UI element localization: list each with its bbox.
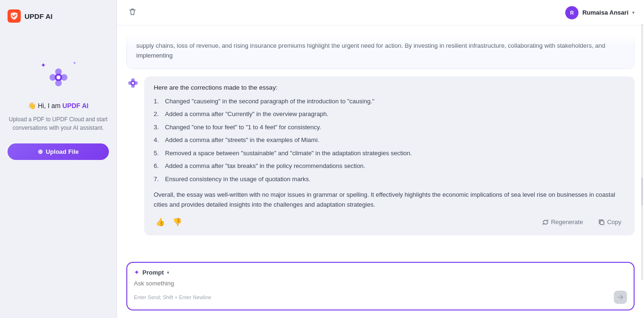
regenerate-button[interactable]: Regenerate xyxy=(538,217,587,227)
corrections-list: 1.Changed "causeing" in the second parag… xyxy=(154,97,625,184)
ai-flower-icon xyxy=(47,66,70,89)
list-item: 2.Added a comma after "Currently" in the… xyxy=(154,109,625,119)
spark-top-right: ✦ xyxy=(73,60,76,66)
icon-cluster: ✦ ✦ · xyxy=(40,59,77,96)
greeting-text: 👋 Hi, I am UPDF AI xyxy=(28,102,89,109)
app-title: UPDF AI xyxy=(25,12,52,20)
logo-row: UPDF AI xyxy=(8,9,52,23)
copy-button[interactable]: Copy xyxy=(594,217,625,227)
copy-icon xyxy=(598,219,605,226)
spark-bottom-left: · xyxy=(42,90,44,94)
user-name: Rumaisa Ansari xyxy=(582,9,628,16)
main-panel: R Rumaisa Ansari ▾ supply chains, loss o… xyxy=(117,0,644,318)
prompt-area: ✦ Prompt ▾ Enter Send; Shift + Enter New… xyxy=(126,262,635,310)
user-menu[interactable]: R Rumaisa Ansari ▾ xyxy=(565,6,635,19)
send-button[interactable] xyxy=(614,291,627,304)
sidebar: UPDF AI ✦ ✦ · 👋 Hi, I am UPDF AI Upload … xyxy=(0,0,117,318)
list-item: 1.Changed "causeing" in the second parag… xyxy=(154,97,625,106)
trash-icon xyxy=(128,8,137,16)
prompt-top-row: ✦ Prompt ▾ xyxy=(134,268,627,276)
updf-logo-icon xyxy=(8,9,21,23)
ai-avatar xyxy=(126,76,140,90)
prompt-spark-icon: ✦ xyxy=(134,268,140,276)
message-action-row: Regenerate Copy xyxy=(538,217,625,227)
user-avatar: R xyxy=(565,6,578,19)
chat-area: supply chains, loss of revenue, and risi… xyxy=(117,25,644,262)
enter-hint-text: Enter Send; Shift + Enter Newline xyxy=(134,294,211,300)
chevron-down-icon: ▾ xyxy=(632,10,635,15)
ai-actions-row: 👍 👎 Regenerate xyxy=(154,217,625,228)
spark-top-left: ✦ xyxy=(41,61,46,69)
top-bar: R Rumaisa Ansari ▾ xyxy=(117,0,644,25)
clear-chat-button[interactable] xyxy=(126,6,139,19)
ai-intro-text: Here are the corrections made to the ess… xyxy=(154,84,625,91)
send-icon xyxy=(617,294,624,301)
prompt-bottom-row: Enter Send; Shift + Enter Newline xyxy=(134,291,627,304)
ai-message-row: Here are the corrections made to the ess… xyxy=(126,76,635,235)
prompt-input[interactable] xyxy=(134,280,627,287)
list-item: 4.Added a comma after "streets" in the e… xyxy=(154,135,625,145)
ai-summary-text: Overall, the essay was well-written with… xyxy=(154,190,625,210)
scrollbar-track xyxy=(641,24,643,280)
scrollbar-thumb[interactable] xyxy=(641,177,643,206)
thumbs-down-button[interactable]: 👎 xyxy=(171,217,184,228)
upload-icon: ⊕ xyxy=(38,148,43,155)
prev-message-bubble: supply chains, loss of revenue, and risi… xyxy=(126,33,635,69)
list-item: 5.Removed a space between "sustainable" … xyxy=(154,149,625,158)
prompt-chevron-icon[interactable]: ▾ xyxy=(167,270,169,275)
svg-point-12 xyxy=(132,82,134,84)
ai-message-bubble: Here are the corrections made to the ess… xyxy=(144,76,635,235)
list-item: 7.Ensured consistency in the usage of qu… xyxy=(154,175,625,184)
list-item: 3.Changed "one to four feet" to "1 to 4 … xyxy=(154,123,625,132)
svg-point-6 xyxy=(57,75,60,79)
upload-file-button[interactable]: ⊕ Upload File xyxy=(8,143,109,160)
subtitle-text: Upload a PDF to UPDF Cloud and start con… xyxy=(8,115,109,132)
thumbs-up-button[interactable]: 👍 xyxy=(154,217,167,228)
welcome-area: ✦ ✦ · 👋 Hi, I am UPDF AI Upload a PDF to… xyxy=(8,59,109,132)
regenerate-icon xyxy=(542,219,549,226)
svg-rect-13 xyxy=(600,221,604,225)
list-item: 6.Added a comma after "tax breaks" in th… xyxy=(154,161,625,171)
prompt-label: Prompt xyxy=(142,269,164,276)
vote-row: 👍 👎 xyxy=(154,217,184,228)
